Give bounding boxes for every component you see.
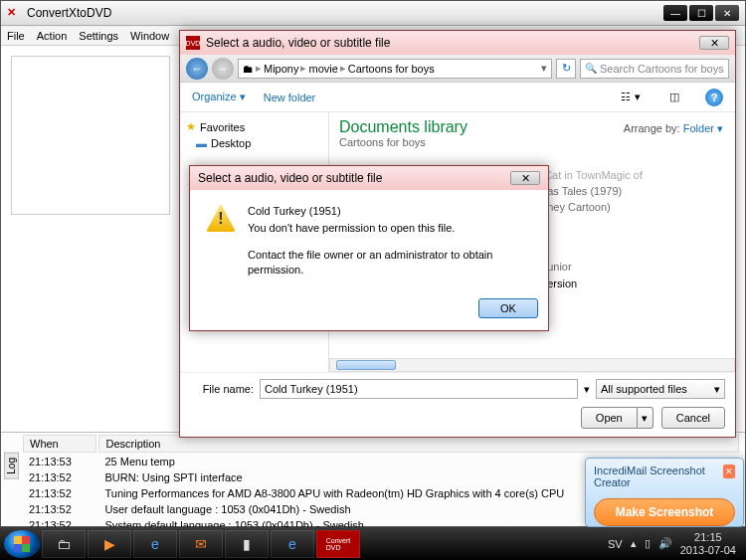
error-body: Cold Turkey (1951) You don't have permis…: [190, 190, 548, 290]
tray-volume-icon[interactable]: 🔊: [658, 537, 672, 550]
filename-dropdown-button[interactable]: ▾: [584, 383, 590, 396]
file-dialog-bottom: File name: ▾ All supported files▾ Open ▾…: [180, 372, 735, 437]
desktop-icon: ▬: [196, 137, 207, 149]
tray-flag-icon[interactable]: ▯: [645, 537, 651, 550]
log-tab[interactable]: Log: [4, 453, 19, 479]
menu-file[interactable]: File: [7, 30, 25, 42]
taskbar-item-media[interactable]: ▶: [88, 530, 131, 558]
arrange-by-button[interactable]: Folder ▾: [683, 122, 723, 134]
file-dialog-nav: ← → 🖿 ▸ Mipony ▸ movie ▸ Cartoons for bo…: [180, 55, 735, 83]
search-input[interactable]: Search Cartoons for boys: [580, 59, 729, 79]
breadcrumb-item[interactable]: Mipony: [264, 63, 298, 75]
screenshot-popup-title: IncrediMail Screenshot Creator: [594, 465, 723, 488]
filename-input[interactable]: [260, 379, 578, 399]
taskbar-item-phone[interactable]: ▮: [225, 530, 269, 558]
taskbar-item-explorer[interactable]: 🗀: [42, 530, 86, 558]
new-folder-button[interactable]: New folder: [264, 92, 316, 103]
view-options-button[interactable]: ☷ ▾: [618, 88, 644, 107]
file-dialog-close-button[interactable]: ✕: [699, 36, 729, 50]
open-split-button: Open ▾: [581, 407, 653, 429]
clock[interactable]: 21:15 2013-07-04: [680, 531, 736, 555]
error-dialog-title: Select a audio, video or subtitle file: [198, 171, 510, 185]
refresh-button[interactable]: ↻: [556, 59, 576, 79]
file-dialog-title: Select a audio, video or subtitle file: [206, 36, 699, 50]
library-title: Documents library: [339, 118, 467, 136]
horizontal-scrollbar[interactable]: [329, 358, 735, 372]
taskbar-item-convertx[interactable]: ConvertDVD: [316, 530, 360, 558]
main-titlebar[interactable]: ✕ ConvertXtoDVD — ☐ ✕: [1, 1, 745, 26]
filename-label: File name:: [190, 383, 254, 395]
maximize-button[interactable]: ☐: [689, 5, 713, 21]
cancel-button[interactable]: Cancel: [661, 407, 725, 429]
chevron-down-icon: ▾: [714, 383, 720, 396]
star-icon: ★: [186, 120, 196, 133]
language-indicator[interactable]: SV: [608, 538, 623, 550]
help-icon[interactable]: ?: [705, 89, 723, 106]
breadcrumb[interactable]: 🖿 ▸ Mipony ▸ movie ▸ Cartoons for boys ▾: [238, 59, 552, 79]
menu-action[interactable]: Action: [37, 30, 68, 42]
filetype-filter[interactable]: All supported files▾: [596, 379, 725, 399]
tray-up-icon[interactable]: ▴: [631, 537, 637, 550]
file-dialog-toolbar: Organize ▾ New folder ☷ ▾ ◫ ?: [180, 83, 735, 112]
ok-button[interactable]: OK: [478, 298, 538, 318]
taskbar-item-mail[interactable]: ✉: [179, 530, 223, 558]
preview-pane: [11, 56, 170, 215]
nav-forward-button[interactable]: →: [212, 58, 234, 80]
breadcrumb-item[interactable]: Cartoons for boys: [348, 63, 435, 75]
folder-icon: 🖿: [243, 63, 254, 75]
error-text: Cold Turkey (1951) You don't have permis…: [248, 204, 532, 277]
error-dialog-close-button[interactable]: ✕: [510, 171, 540, 185]
taskbar: 🗀 ▶ e ✉ ▮ e ConvertDVD SV ▴ ▯ 🔊 21:15 20…: [0, 527, 746, 560]
sidebar-item-favorites[interactable]: ★Favorites: [180, 118, 328, 135]
preview-pane-button[interactable]: ◫: [661, 88, 687, 107]
minimize-button[interactable]: —: [663, 5, 687, 21]
arrange-by: Arrange by: Folder ▾: [624, 122, 723, 135]
open-button[interactable]: Open: [581, 407, 638, 429]
breadcrumb-item[interactable]: movie: [308, 63, 337, 75]
taskbar-item-ie2[interactable]: e: [271, 530, 314, 558]
file-dialog-titlebar[interactable]: DVD Select a audio, video or subtitle fi…: [180, 31, 735, 55]
warning-icon: [206, 204, 236, 232]
library-subtitle: Cartoons for boys: [339, 136, 467, 148]
organize-button[interactable]: Organize ▾: [192, 91, 246, 103]
app-icon: ✕: [7, 6, 21, 20]
chevron-down-icon[interactable]: ▾: [541, 62, 547, 75]
app-title: ConvertXtoDVD: [27, 6, 663, 20]
make-screenshot-button[interactable]: Make Screenshot: [594, 498, 735, 526]
screenshot-popup-close-button[interactable]: ✕: [723, 465, 735, 478]
app-dvd-icon: DVD: [186, 36, 200, 50]
log-col-when[interactable]: When: [23, 435, 96, 453]
taskbar-item-ie[interactable]: e: [133, 530, 177, 558]
menu-settings[interactable]: Settings: [79, 30, 118, 42]
nav-back-button[interactable]: ←: [186, 58, 208, 80]
error-dialog-titlebar[interactable]: Select a audio, video or subtitle file ✕: [190, 166, 548, 190]
start-button[interactable]: [4, 530, 40, 558]
sidebar-item-desktop[interactable]: ▬Desktop: [180, 135, 328, 151]
error-dialog: Select a audio, video or subtitle file ✕…: [189, 165, 549, 331]
menu-window[interactable]: Window: [130, 30, 169, 42]
close-button[interactable]: ✕: [715, 5, 739, 21]
window-controls: — ☐ ✕: [663, 5, 739, 21]
system-tray: SV ▴ ▯ 🔊 21:15 2013-07-04: [608, 531, 742, 555]
open-dropdown-button[interactable]: ▾: [638, 407, 653, 429]
screenshot-popup: IncrediMail Screenshot Creator ✕ Make Sc…: [585, 458, 744, 527]
